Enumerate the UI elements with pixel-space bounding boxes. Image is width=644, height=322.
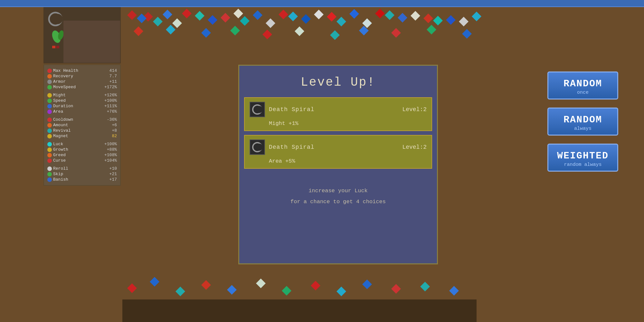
stat-duration: Duration +111% [47, 104, 117, 109]
svg-marker-37 [330, 30, 340, 40]
duration-icon [47, 104, 52, 109]
stat-greed: Greed +108% [47, 153, 117, 157]
svg-marker-54 [449, 286, 459, 296]
svg-marker-43 [150, 277, 159, 287]
stat-magnet: Magnet 82 [47, 134, 117, 138]
svg-marker-46 [227, 285, 237, 295]
stat-skip: Skip +21 [47, 172, 117, 176]
weighted-label-sub: random always [552, 162, 614, 167]
svg-marker-47 [256, 279, 266, 288]
stat-amount: Amount +6 [47, 123, 117, 128]
choice-icon-title-1: Death Spiral [250, 102, 315, 117]
game-background: Max Health 414 Recovery 7.7 Armor +11 Mo… [0, 0, 644, 322]
svg-rect-63 [63, 21, 121, 63]
top-bar [0, 0, 644, 7]
svg-marker-17 [195, 11, 204, 21]
svg-marker-53 [420, 282, 430, 291]
levelup-footer: increase your Luck for a chance to get 4… [239, 173, 437, 217]
svg-marker-30 [459, 17, 469, 26]
choice-name-1: Death Spiral [269, 106, 315, 113]
svg-point-67 [256, 144, 263, 151]
svg-marker-36 [295, 26, 304, 36]
svg-marker-9 [163, 10, 172, 19]
svg-marker-6 [375, 9, 385, 18]
levelup-title: Level Up! [239, 66, 437, 97]
choice-level-2: Level:2 [402, 144, 427, 150]
svg-marker-39 [391, 28, 401, 38]
svg-rect-55 [122, 299, 477, 322]
svg-marker-3 [221, 13, 230, 23]
movespeed-icon [47, 85, 52, 90]
stat-cooldown: Cooldown -36% [47, 117, 117, 122]
stat-max-health: Max Health 414 [47, 68, 117, 73]
svg-marker-13 [349, 9, 359, 19]
luck-icon [47, 142, 52, 147]
divider-4 [47, 164, 117, 166]
stat-recovery: Recovery 7.7 [47, 74, 117, 79]
stat-might: Might +126% [47, 93, 117, 98]
svg-marker-48 [282, 286, 291, 296]
choice-card-2[interactable]: Death Spiral Level:2 Area +5% [244, 135, 432, 169]
svg-marker-20 [336, 17, 346, 26]
footer-line-1: increase your Luck [246, 185, 431, 196]
svg-marker-0 [127, 10, 137, 20]
choice-desc-2: Area +5% [250, 158, 427, 164]
area-icon [47, 109, 52, 114]
curse-icon [47, 158, 52, 163]
svg-marker-25 [233, 9, 243, 18]
svg-marker-4 [279, 10, 288, 19]
magnet-icon [47, 134, 52, 138]
bottom-gems-svg [122, 258, 644, 322]
random-once-label-main: RANDOM [552, 78, 614, 89]
svg-marker-34 [230, 26, 240, 35]
svg-marker-14 [398, 13, 407, 23]
divider-2 [47, 115, 117, 117]
greed-icon [47, 153, 52, 157]
crescent-svg-2 [251, 141, 263, 153]
svg-marker-42 [127, 283, 137, 293]
gem-decorations-bottom [122, 258, 644, 322]
random-once-label-sub: once [552, 90, 614, 95]
svg-marker-1 [143, 12, 153, 22]
svg-point-65 [256, 106, 263, 113]
svg-marker-16 [153, 17, 163, 26]
choice-name-2: Death Spiral [269, 144, 315, 150]
svg-marker-19 [288, 12, 298, 21]
svg-marker-11 [253, 10, 262, 20]
random-always-button[interactable]: RANDOM always [547, 108, 618, 136]
choice-card-1[interactable]: Death Spiral Level:2 Might +1% [244, 97, 432, 131]
svg-marker-28 [362, 18, 372, 28]
svg-marker-12 [301, 14, 311, 24]
stat-growth: Growth +88% [47, 147, 117, 152]
random-always-label-sub: always [552, 126, 614, 131]
random-once-button[interactable]: RANDOM once [547, 71, 618, 99]
sidebar-art-panel [43, 7, 121, 63]
svg-marker-5 [327, 12, 336, 22]
svg-marker-31 [134, 26, 143, 36]
svg-marker-18 [240, 16, 250, 26]
cooldown-icon [47, 118, 52, 122]
weighted-button[interactable]: WEIGHTED random always [547, 144, 618, 172]
svg-marker-33 [201, 28, 211, 38]
stat-revival: Revival +8 [47, 128, 117, 133]
might-icon [47, 93, 52, 98]
svg-marker-52 [391, 284, 401, 294]
random-always-label-main: RANDOM [552, 114, 614, 125]
death-spiral-icon-2 [250, 139, 265, 155]
divider-3 [47, 139, 117, 141]
svg-marker-44 [175, 287, 185, 296]
death-spiral-icon-1 [250, 102, 265, 117]
speed-icon [47, 99, 52, 103]
revival-icon [47, 128, 52, 133]
svg-marker-8 [137, 14, 147, 23]
svg-marker-51 [362, 279, 372, 289]
svg-marker-49 [311, 281, 320, 290]
right-buttons-panel: RANDOM once RANDOM always WEIGHTED rando… [547, 7, 618, 172]
choice-header-1: Death Spiral Level:2 [250, 102, 427, 117]
choice-icon-title-2: Death Spiral [250, 139, 315, 155]
stat-movespeed: MoveSpeed +172% [47, 85, 117, 90]
stat-area: Area +76% [47, 109, 117, 114]
stats-panel: Max Health 414 Recovery 7.7 Armor +11 Mo… [43, 64, 121, 186]
stat-luck: Luck +100% [47, 142, 117, 147]
svg-marker-22 [433, 16, 443, 25]
